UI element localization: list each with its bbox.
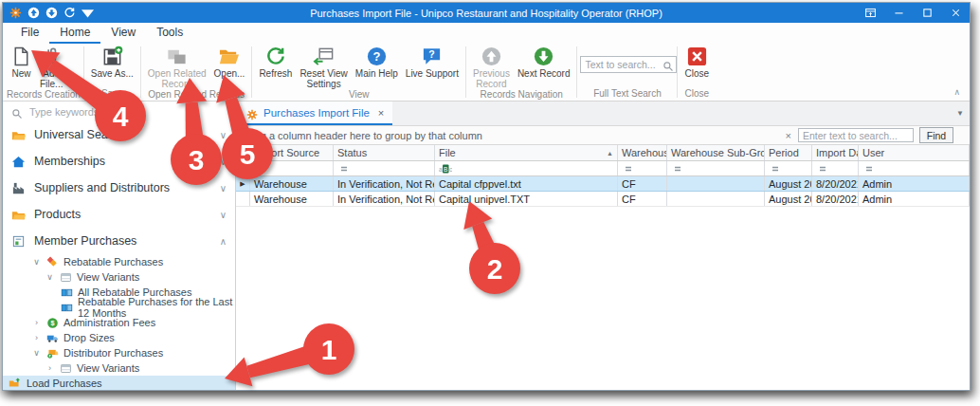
sidebar-search[interactable]: Type keywords here — [3, 102, 235, 121]
find-input[interactable] — [798, 128, 914, 142]
filter-cell-warehouse[interactable] — [618, 161, 667, 175]
close-button[interactable]: Close — [681, 44, 713, 79]
expander-expanded-icon[interactable]: ∨ — [45, 272, 55, 282]
sidebar-item-label: Member Purchases — [34, 234, 136, 248]
next-record-circle-icon[interactable] — [45, 7, 58, 19]
add-file-button[interactable]: Add File... — [36, 44, 66, 89]
tab-list-chevron-icon[interactable]: ▼ — [956, 109, 964, 118]
main-help-button[interactable]: ?Main Help — [352, 44, 402, 79]
ribbon-tab-home[interactable]: Home — [49, 23, 100, 44]
column-header-file[interactable]: File▲ — [435, 145, 618, 160]
column-header-import-date[interactable]: Import Date — [812, 145, 859, 160]
chevron-down-icon[interactable]: ∨ — [220, 157, 227, 167]
chevron-down-icon[interactable]: ∨ — [220, 210, 227, 220]
column-header-status[interactable]: Status — [334, 145, 435, 160]
reset-view-settings-button[interactable]: Reset View Settings — [296, 44, 351, 89]
filter-cell-warehouse-sub-group[interactable] — [667, 161, 765, 175]
tree-item-label: View Variants — [77, 362, 139, 374]
column-header-label: Warehouse — [622, 147, 667, 158]
gear-orange-icon — [246, 107, 258, 119]
filter-cell-period[interactable] — [765, 161, 812, 175]
expander-expanded-icon[interactable]: ∨ — [31, 257, 42, 267]
sidebar-item-memberships[interactable]: Memberships∨ — [3, 148, 235, 175]
sidebar-item-label: Load Purchases — [27, 378, 102, 389]
ribbon-group-records-navigation: Previous RecordNext RecordRecords Naviga… — [467, 44, 575, 101]
close-button[interactable] — [941, 3, 970, 23]
tab-close-icon[interactable]: × — [378, 107, 384, 119]
next-record-button[interactable]: Next Record — [514, 44, 574, 79]
column-header-label: Import Source — [254, 147, 319, 158]
chevron-down-icon[interactable]: ∨ — [220, 183, 227, 194]
group-separator — [576, 46, 577, 98]
refresh-icon[interactable] — [64, 7, 76, 19]
expander-expanded-icon[interactable]: ∨ — [31, 348, 42, 358]
chevron-up-icon[interactable]: ∧ — [220, 236, 227, 247]
sidebar-item-products[interactable]: Products∨ — [3, 201, 235, 228]
ribbon-tab-file[interactable]: File — [10, 23, 49, 44]
ribbon-tab-view[interactable]: View — [100, 23, 146, 44]
tree-item-distributor-purchases[interactable]: ∨Distributor Purchases — [3, 345, 235, 360]
column-header-label: Warehouse Sub-Group — [671, 147, 765, 158]
save-as-button[interactable]: Save As... — [87, 44, 137, 79]
button-label: Add File... — [40, 68, 63, 89]
ribbon-tab-bar: FileHomeViewTools — [3, 23, 970, 44]
tree-item-view-variants[interactable]: ›View Variants — [3, 360, 235, 376]
maximize-button[interactable] — [913, 3, 941, 23]
caret-down-icon[interactable] — [82, 7, 94, 19]
ribbon: NewAdd File...Records CreationSave As...… — [3, 44, 970, 102]
tree-item-rebatable-purchases[interactable]: ∨Rebatable Purchases — [3, 254, 235, 269]
column-header-warehouse[interactable]: Warehouse — [618, 145, 667, 160]
group-separator — [465, 46, 466, 98]
filter-cell-import-source[interactable] — [250, 161, 334, 175]
button-label: Save As... — [91, 68, 134, 79]
sidebar-items: Universal Search∨Memberships∨Suppliers a… — [3, 121, 235, 376]
sidebar-item-member-purchases[interactable]: Member Purchases∧ — [3, 228, 235, 254]
column-header-import-source[interactable]: Import Source — [250, 145, 334, 160]
column-header-warehouse-sub-group[interactable]: Warehouse Sub-Group — [667, 145, 765, 160]
ribbon-display-options-button[interactable] — [856, 3, 884, 23]
filter-cell-file[interactable]: aBc — [435, 161, 618, 175]
live-support-button[interactable]: ?Live Support — [402, 44, 463, 79]
sidebar-item-load-purchases[interactable]: Load Purchases — [3, 376, 235, 390]
sidebar-item-universal-search[interactable]: Universal Search∨ — [3, 121, 235, 148]
column-header-period[interactable]: Period — [765, 145, 812, 160]
tab-label: Purchases Import File — [263, 107, 370, 119]
column-header-user[interactable]: User — [859, 145, 970, 160]
table-row[interactable]: ▶WarehouseIn Verification, Not Ready F..… — [236, 176, 970, 192]
filter-cell-status[interactable] — [334, 161, 435, 175]
filter-cell-import-date[interactable] — [812, 161, 859, 175]
row-indicator-cell — [236, 192, 250, 206]
chevron-down-icon[interactable]: ∨ — [220, 130, 227, 140]
svg-text:a: a — [439, 166, 443, 173]
tab-purchases-import-file[interactable]: Purchases Import File × — [238, 102, 392, 125]
open-related-record-button[interactable]: Open Related Record — [144, 44, 210, 89]
find-button[interactable]: Find — [919, 127, 953, 143]
minimize-button[interactable] — [884, 3, 913, 23]
previous-record-button[interactable]: Previous Record — [469, 44, 514, 89]
view-variants-icon — [60, 271, 72, 284]
open-button[interactable]: Open... — [210, 44, 249, 79]
expander-collapsed-icon[interactable]: › — [31, 333, 42, 342]
sidebar-item-suppliers-and-distributors[interactable]: Suppliers and Distributors∨ — [3, 175, 235, 201]
table-row[interactable]: WarehouseIn Verification, Not Ready F...… — [236, 192, 970, 207]
group-by-panel[interactable]: Drag a column header here to group by th… — [244, 130, 786, 141]
ribbon-collapse-icon[interactable]: ∧ — [953, 87, 960, 97]
tree-item-rebatable-purchases-for-the-last-12-months[interactable]: Rebatable Purchases for the Last 12 Mont… — [3, 300, 235, 315]
filter-cell-user[interactable] — [859, 161, 970, 175]
refresh-button[interactable]: Refresh — [255, 44, 296, 79]
cell-import-source: Warehouse — [250, 192, 334, 206]
tree-item-view-variants[interactable]: ∨View Variants — [3, 269, 235, 285]
ribbon-tab-tools[interactable]: Tools — [146, 23, 193, 44]
ribbon-group-records-creation: NewAdd File...Records Creation — [5, 44, 82, 101]
cell-file: Capital cfppvel.txt — [435, 176, 618, 191]
tree-item-label: Rebatable Purchases — [64, 256, 163, 268]
tree-item-label: Rebatable Purchases for the Last 12 Mont… — [78, 296, 235, 319]
tree-item-drop-sizes[interactable]: ›Drop Sizes — [3, 330, 235, 345]
expander-collapsed-icon[interactable]: › — [45, 363, 55, 373]
find-clear-icon[interactable]: × — [786, 130, 791, 141]
new-button[interactable]: New — [7, 44, 36, 79]
window-controls — [856, 3, 970, 23]
svg-text:B: B — [444, 166, 447, 173]
previous-record-circle-icon[interactable] — [27, 7, 40, 19]
expander-collapsed-icon[interactable]: › — [31, 318, 42, 327]
